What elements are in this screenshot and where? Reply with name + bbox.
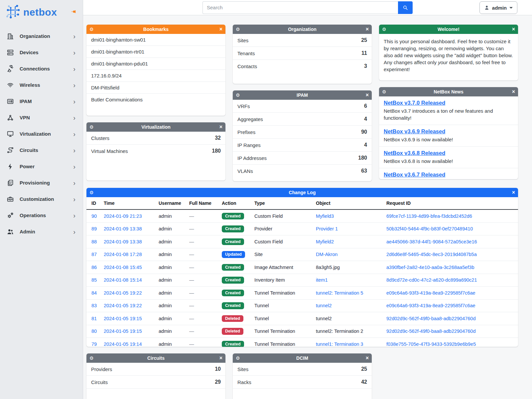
sidebar-item-circuits[interactable]: Circuits› — [0, 142, 83, 158]
request-id-link[interactable]: 69fce7cf-1139-4d99-bfea-f3dcbd2452d6 — [386, 213, 472, 219]
changelog-id-link[interactable]: 80 — [91, 329, 97, 334]
bookmark-item[interactable]: Butler Communications — [86, 93, 225, 105]
changelog-id-link[interactable]: 89 — [91, 226, 97, 231]
widget-config-icon[interactable]: ⚙ — [236, 27, 241, 32]
widget-config-icon[interactable]: ⚙ — [236, 356, 241, 360]
changelog-id-link[interactable]: 81 — [91, 316, 97, 321]
object-link[interactable]: item1 — [316, 277, 328, 283]
sidebar-item-organization[interactable]: Organization› — [0, 28, 83, 44]
object-link[interactable]: Provider 1 — [316, 226, 338, 231]
object-link[interactable]: tunnel2 — [316, 303, 332, 308]
widget-title: IPAM — [241, 92, 363, 98]
changelog-time-link[interactable]: 2024-01-05 19:22 — [104, 303, 142, 308]
sidebar-item-power[interactable]: Power› — [0, 158, 83, 175]
news-link[interactable]: NetBox v3.6.9 Released — [384, 128, 445, 134]
changelog-time-link[interactable]: 2024-01-09 13:38 — [104, 226, 142, 231]
changelog-time-link[interactable]: 2024-01-09 21:23 — [104, 213, 142, 219]
changelog-id-link[interactable]: 85 — [91, 277, 97, 283]
request-id-link[interactable]: 50b32f40-5464-4f9c-b83f-0ef270489410 — [386, 226, 473, 231]
cell-changelog-id-link: 86 — [86, 261, 101, 274]
bookmark-item[interactable]: dmi01-binghamton-rtr01 — [86, 46, 225, 58]
close-icon[interactable]: × — [363, 92, 369, 98]
widget-config-icon[interactable]: ⚙ — [89, 356, 95, 360]
sidebar-item-devices[interactable]: Devices› — [0, 44, 83, 61]
server-icon — [7, 49, 15, 56]
changelog-id-link[interactable]: 86 — [91, 265, 97, 270]
changelog-time-link[interactable]: 2024-01-09 13:38 — [104, 239, 142, 244]
close-icon[interactable]: × — [363, 27, 369, 32]
object-link[interactable]: tunnel2: Termination 5 — [316, 290, 363, 296]
cell-object-link: tunnel2: Termination 5 — [313, 287, 384, 300]
changelog-id-link[interactable]: 84 — [91, 290, 97, 296]
widget-config-icon[interactable]: ⚙ — [236, 93, 241, 97]
request-id-link[interactable]: ae445066-387d-44f1-9084-572a05ce3e16 — [386, 239, 477, 244]
bookmark-item[interactable]: dmi01-binghamton-sw01 — [86, 34, 225, 46]
close-icon[interactable]: × — [510, 27, 515, 32]
sidebar-item-vpn[interactable]: VPN› — [0, 109, 83, 126]
bookmark-item[interactable]: 172.16.0.9/24 — [86, 69, 225, 81]
sidebar-item-customization[interactable]: Customization› — [0, 191, 83, 207]
changelog-time-link[interactable]: 2024-01-08 15:45 — [104, 265, 142, 270]
changelog-time-link[interactable]: 2024-01-05 19:14 — [104, 341, 142, 347]
changelog-id-link[interactable]: 90 — [91, 213, 97, 219]
user-menu-button[interactable]: admin — [479, 1, 517, 14]
bookmark-item[interactable]: dmi01-binghamton-pdu01 — [86, 58, 225, 69]
stat-value: 180 — [212, 148, 221, 154]
news-link[interactable]: NetBox v3.6.8 Released — [384, 150, 445, 156]
close-icon[interactable]: × — [217, 27, 222, 32]
widget-config-icon[interactable]: ⚙ — [89, 190, 95, 195]
object-type: Image Attachment — [254, 265, 293, 270]
changelog-id-link[interactable]: 87 — [91, 252, 97, 257]
changelog-id-link[interactable]: 88 — [91, 239, 97, 244]
pin-sidebar-icon[interactable] — [69, 7, 78, 17]
widget-config-icon[interactable]: ⚙ — [89, 27, 95, 32]
bookmark-item[interactable]: DM-Pittsfield — [86, 81, 225, 93]
request-id-link[interactable]: f038e755-705e-47f3-9433-5392b9e6b9e5 — [386, 341, 476, 347]
sidebar-item-connections[interactable]: Connections› — [0, 61, 83, 77]
close-icon[interactable]: × — [217, 355, 222, 361]
plug-icon — [7, 65, 15, 72]
changelog-id-link[interactable]: 79 — [91, 341, 97, 347]
widget-title: Virtualization — [95, 124, 217, 130]
widget-config-icon[interactable]: ⚙ — [382, 27, 387, 32]
username: admin — [159, 252, 172, 257]
netbox-logo-icon[interactable] — [5, 5, 21, 20]
stat-label: VRFs — [237, 103, 250, 109]
changelog-time-link[interactable]: 2024-01-08 17:28 — [104, 252, 142, 257]
request-id-link[interactable]: 92d02d9c-562f-49f0-baa8-adb22904760d — [386, 316, 475, 321]
object-link[interactable]: Myfield2 — [316, 239, 334, 244]
sidebar-item-wireless[interactable]: Wireless› — [0, 77, 83, 93]
request-id-link[interactable]: 2d6d6e8f-5465-45dc-8ec3-2019d4087b5a — [386, 252, 477, 257]
sidebar-item-provisioning[interactable]: Provisioning› — [0, 175, 83, 191]
widget-config-icon[interactable]: ⚙ — [89, 125, 95, 129]
cell-changelog-id-link: 84 — [86, 287, 101, 300]
object-link[interactable]: tunnel1: Termination 3 — [316, 341, 363, 347]
request-id-link[interactable]: 92d02d9c-562f-49f0-baa8-adb22904760d — [386, 329, 475, 334]
news-link[interactable]: NetBox v3.7.0 Released — [384, 100, 445, 106]
changelog-time-link[interactable]: 2024-01-05 19:15 — [104, 329, 142, 334]
request-id-link[interactable]: 8d9cd72e-cd0c-47c2-a620-dc899a690c21 — [386, 277, 477, 283]
widget-config-icon[interactable]: ⚙ — [382, 89, 387, 94]
close-icon[interactable]: × — [217, 124, 222, 130]
close-icon[interactable]: × — [363, 355, 369, 361]
object-link[interactable]: Myfield3 — [316, 213, 334, 219]
sidebar-item-ipam[interactable]: IPAM› — [0, 93, 83, 109]
sidebar-item-virtualization[interactable]: Virtualization› — [0, 126, 83, 142]
cell-full-name: — — [187, 338, 219, 347]
request-id-link[interactable]: e09c64a6-93f3-419a-8ea9-229585f7c6ae — [386, 303, 475, 308]
changelog-time-link[interactable]: 2024-01-08 15:14 — [104, 277, 142, 283]
sidebar-item-admin[interactable]: Admin› — [0, 223, 83, 240]
close-icon[interactable]: × — [510, 190, 515, 195]
action-badge: Created — [222, 264, 244, 271]
search-button[interactable] — [398, 1, 413, 14]
request-id-link[interactable]: e09c64a6-93f3-419a-8ea9-229585f7c6ae — [386, 290, 475, 296]
close-icon[interactable]: × — [510, 89, 515, 94]
changelog-time-link[interactable]: 2024-01-05 19:22 — [104, 290, 142, 296]
changelog-id-link[interactable]: 83 — [91, 303, 97, 308]
changelog-time-link[interactable]: 2024-01-05 19:15 — [104, 316, 142, 321]
sidebar-item-operations[interactable]: Operations› — [0, 207, 83, 223]
object-link[interactable]: DM-Akron — [316, 252, 337, 257]
news-link[interactable]: NetBox v3.6.7 Released — [384, 172, 445, 178]
search-input[interactable] — [202, 1, 398, 14]
request-id-link[interactable]: a390fbef-2a82-4e10-aa0a-3c268aa5ef3b — [386, 265, 474, 270]
